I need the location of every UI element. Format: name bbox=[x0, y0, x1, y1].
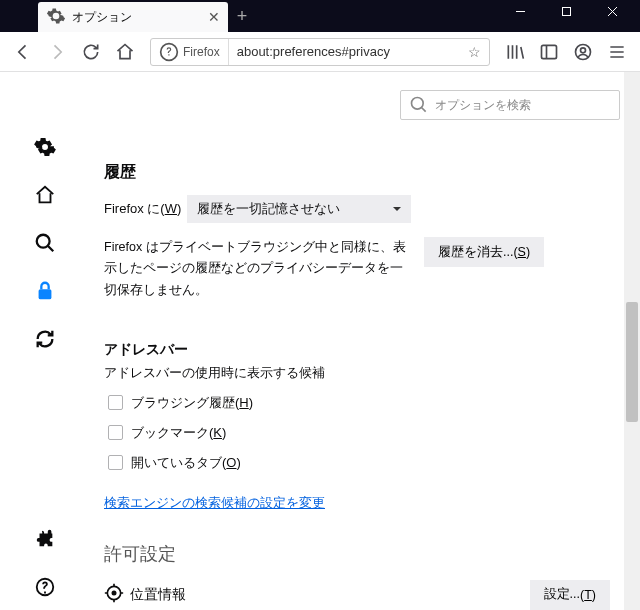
tab-title: オプション bbox=[72, 9, 132, 26]
navbar: Firefox about:preferences#privacy ☆ bbox=[0, 32, 640, 72]
svg-rect-7 bbox=[39, 289, 52, 299]
clear-history-button[interactable]: 履歴を消去...(S) bbox=[424, 237, 544, 267]
search-suggestions-link[interactable]: 検索エンジンの検索候補の設定を変更 bbox=[104, 494, 325, 512]
titlebar: オプション ✕ + bbox=[0, 0, 640, 32]
svg-rect-2 bbox=[542, 45, 557, 58]
checkbox-label: ブックマーク(K) bbox=[131, 424, 226, 442]
addressbar-title: アドレスバー bbox=[104, 341, 620, 359]
addressbar-subtitle: アドレスバーの使用時に表示する候補 bbox=[104, 365, 620, 382]
close-window-button[interactable] bbox=[594, 0, 640, 32]
history-note-row: Firefox はプライベートブラウジング中と同様に、表示したページの履歴などの… bbox=[104, 237, 620, 301]
history-mode-row: Firefox に(W) 履歴を一切記憶させない bbox=[104, 195, 620, 223]
checkbox[interactable] bbox=[108, 395, 123, 410]
minimize-button[interactable] bbox=[502, 0, 548, 32]
url-bar[interactable]: Firefox about:preferences#privacy ☆ bbox=[150, 38, 490, 66]
menu-button[interactable] bbox=[602, 37, 632, 67]
location-settings-button[interactable]: 設定...(T) bbox=[530, 580, 610, 610]
checkbox-label: ブラウジング履歴(H) bbox=[131, 394, 253, 412]
browser-tab[interactable]: オプション ✕ bbox=[38, 2, 228, 32]
permissions-title: 許可設定 bbox=[104, 542, 620, 566]
reload-button[interactable] bbox=[76, 37, 106, 67]
category-sidebar bbox=[0, 72, 90, 610]
bookmark-star-icon[interactable]: ☆ bbox=[460, 44, 489, 60]
window-controls bbox=[502, 0, 640, 32]
addressbar-option-tabs[interactable]: 開いているタブ(O) bbox=[108, 454, 620, 472]
search-category-icon[interactable] bbox=[32, 230, 58, 256]
main-panel: 履歴 Firefox に(W) 履歴を一切記憶させない Firefox はプライ… bbox=[90, 72, 640, 610]
gear-icon bbox=[46, 6, 66, 29]
identity-label: Firefox bbox=[183, 45, 220, 59]
url-text: about:preferences#privacy bbox=[229, 44, 460, 59]
location-icon bbox=[104, 583, 124, 606]
maximize-button[interactable] bbox=[548, 0, 594, 32]
scrollbar-thumb[interactable] bbox=[626, 302, 638, 422]
history-mode-dropdown[interactable]: 履歴を一切記憶させない bbox=[187, 195, 411, 223]
new-tab-button[interactable]: + bbox=[228, 2, 256, 32]
privacy-category-icon[interactable] bbox=[32, 278, 58, 304]
checkbox[interactable] bbox=[108, 455, 123, 470]
svg-point-9 bbox=[112, 591, 117, 596]
support-icon[interactable] bbox=[32, 574, 58, 600]
history-note-text: Firefox はプライベートブラウジング中と同様に、表示したページの履歴などの… bbox=[104, 237, 414, 301]
home-category-icon[interactable] bbox=[32, 182, 58, 208]
forward-button[interactable] bbox=[42, 37, 72, 67]
identity-box[interactable]: Firefox bbox=[151, 39, 229, 65]
permission-location-row: 位置情報 設定...(T) bbox=[104, 580, 620, 610]
general-icon[interactable] bbox=[32, 134, 58, 160]
history-prefix: Firefox に(W) bbox=[104, 200, 181, 218]
content-area: オプションを検索 履歴 Firefox に(W) 履歴を一切記憶させない Fir… bbox=[0, 72, 640, 610]
sync-category-icon[interactable] bbox=[32, 326, 58, 352]
checkbox-label: 開いているタブ(O) bbox=[131, 454, 241, 472]
account-button[interactable] bbox=[568, 37, 598, 67]
history-title: 履歴 bbox=[104, 162, 620, 183]
close-icon[interactable]: ✕ bbox=[208, 9, 220, 25]
extensions-icon[interactable] bbox=[32, 526, 58, 552]
addressbar-option-bookmarks[interactable]: ブックマーク(K) bbox=[108, 424, 620, 442]
svg-rect-0 bbox=[563, 8, 571, 16]
svg-point-4 bbox=[581, 47, 586, 52]
scrollbar[interactable] bbox=[624, 72, 640, 610]
library-button[interactable] bbox=[500, 37, 530, 67]
back-button[interactable] bbox=[8, 37, 38, 67]
svg-point-6 bbox=[37, 235, 50, 248]
sidebar-button[interactable] bbox=[534, 37, 564, 67]
location-label: 位置情報 bbox=[130, 586, 186, 604]
home-button[interactable] bbox=[110, 37, 140, 67]
addressbar-option-history[interactable]: ブラウジング履歴(H) bbox=[108, 394, 620, 412]
checkbox[interactable] bbox=[108, 425, 123, 440]
